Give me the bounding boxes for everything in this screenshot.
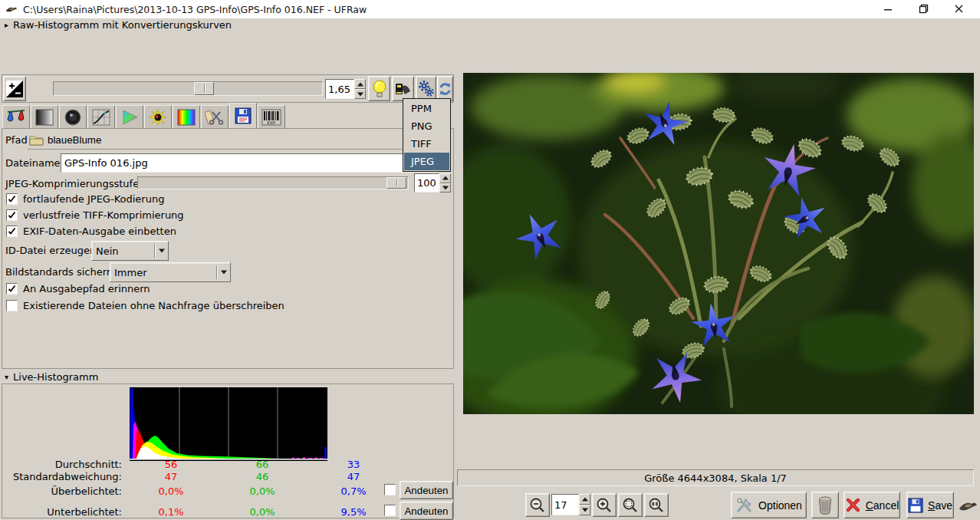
exposure-slider-handle[interactable]: [194, 82, 214, 95]
lightbulb-icon: [372, 79, 387, 99]
checkbox-label: verlustfreie TIFF-Komprimierung: [23, 209, 184, 221]
spin-up-icon: [442, 176, 449, 180]
stat-row-stddev: Standardabweichung: 47 46 47: [2, 471, 370, 482]
checkbox-label: EXIF-Daten-Ausgabe einbetten: [23, 225, 176, 237]
cancel-button[interactable]: Cancel: [844, 492, 900, 518]
stat-red-value: 47: [125, 471, 217, 482]
tab-base-curve[interactable]: [87, 105, 115, 129]
spin-up-icon: [582, 498, 588, 502]
overexposed-indicate-button[interactable]: Andeuten: [400, 481, 453, 499]
progressive-jpeg-checkbox-row[interactable]: fortlaufende JPEG-Kodierung: [6, 193, 164, 205]
exposure-toolbar: [2, 74, 454, 103]
checkbox[interactable]: [6, 300, 18, 311]
stat-green-value: 0,0%: [217, 485, 307, 497]
jpeg-quality-slider-handle[interactable]: [386, 177, 406, 189]
checkbox[interactable]: [6, 283, 18, 295]
checkbox[interactable]: [6, 209, 18, 221]
zoom-spinner: [579, 494, 590, 515]
tab-lens-corrections[interactable]: [59, 105, 87, 129]
zoom-out-button[interactable]: [525, 493, 550, 517]
defaults-combobox[interactable]: Immer: [110, 262, 231, 282]
histogram-display: [130, 387, 327, 461]
tab-save[interactable]: [229, 103, 257, 129]
embed-exif-checkbox-row[interactable]: EXIF-Daten-Ausgabe einbetten: [6, 225, 176, 237]
zoom-fit-button[interactable]: [618, 493, 643, 517]
raw-histogram-expander-label: Raw-Histogramm mit Konvertierungskurven: [13, 19, 232, 31]
exposure-value-input[interactable]: [325, 79, 354, 99]
stat-blue-value: 47: [307, 471, 400, 482]
expander-collapsed-icon: ▸: [5, 21, 8, 29]
spin-down-button[interactable]: [354, 89, 366, 99]
gamut-triangle-icon: [120, 109, 139, 126]
delete-button[interactable]: [811, 492, 839, 518]
overexposed-indicate-checkbox[interactable]: [384, 484, 396, 495]
exposure-slider[interactable]: [53, 81, 323, 96]
path-value: blaueBlume: [48, 134, 101, 146]
ufraw-duck-button[interactable]: [957, 495, 978, 518]
overwrite-without-asking-checkbox-row[interactable]: Existierende Dateien ohne Nachfrage über…: [6, 300, 284, 311]
path-label: Pfad: [5, 134, 28, 146]
spin-up-button[interactable]: [579, 494, 590, 505]
checkbox[interactable]: [6, 193, 18, 205]
stat-green-value: 0,0%: [217, 506, 307, 518]
raw-histogram-expander[interactable]: ▸ Raw-Histogramm mit Konvertierungskurve…: [5, 19, 232, 31]
menu-item-tiff[interactable]: TIFF: [404, 135, 449, 153]
tab-grayscale[interactable]: [31, 105, 58, 129]
underexposed-indicate-checkbox[interactable]: [384, 505, 396, 516]
jpeg-quality-slider[interactable]: [137, 176, 409, 189]
preview-status-text: Größe 4644x3084, Skala 1/7: [644, 472, 787, 484]
rainbow-icon: [177, 109, 196, 126]
combobox-separator: [154, 244, 155, 258]
checkbox-label: fortlaufende JPEG-Kodierung: [23, 193, 164, 205]
jpeg-quality-input[interactable]: [414, 173, 439, 193]
lossless-tiff-checkbox-row[interactable]: verlustfreie TIFF-Komprimierung: [6, 209, 184, 221]
path-button[interactable]: blaueBlume: [28, 132, 426, 150]
crop-scissors-icon: [205, 109, 225, 126]
filename-input[interactable]: [61, 153, 438, 173]
checkbox[interactable]: [6, 225, 18, 237]
defaults-label: Bildstandards sichern: [5, 266, 113, 278]
id-file-combobox[interactable]: Nein: [91, 241, 169, 261]
zoom-percent-input[interactable]: [551, 494, 579, 515]
options-button[interactable]: Optionen: [731, 492, 807, 518]
tab-exif[interactable]: EXIF: [258, 105, 285, 129]
tab-color-management[interactable]: [116, 105, 143, 129]
tab-color-correction[interactable]: [144, 105, 172, 129]
underexposed-indicate-button[interactable]: Andeuten: [400, 502, 453, 520]
floppy-icon: [908, 498, 923, 513]
image-preview[interactable]: [463, 73, 974, 414]
menu-item-png[interactable]: PNG: [404, 117, 449, 135]
spin-down-button[interactable]: [579, 505, 590, 515]
lens-icon: [64, 108, 82, 127]
jpeg-quality-label: JPEG-Komprimierungsstufe: [5, 178, 139, 189]
remember-output-path-checkbox-row[interactable]: An Ausgabepfad erinnern: [6, 283, 150, 295]
id-file-label: ID-Datei erzeugen: [5, 245, 96, 256]
close-button[interactable]: [943, 0, 974, 18]
menu-item-jpeg[interactable]: JPEG: [404, 153, 449, 170]
spin-up-button[interactable]: [439, 173, 451, 183]
tools-icon: [735, 497, 754, 514]
exposure-compensation-button[interactable]: [3, 76, 26, 101]
stat-label: Durchschnitt:: [2, 459, 125, 470]
spin-up-button[interactable]: [354, 79, 366, 89]
stat-blue-value: 33: [307, 459, 400, 470]
window-title: C:\Users\Raina\Pictures\2013-10-13 GPS-I…: [23, 4, 367, 15]
tab-white-balance[interactable]: [2, 105, 30, 129]
zoom-in-button[interactable]: [592, 493, 617, 517]
zoom-100-icon: [648, 497, 665, 514]
minimize-button[interactable]: [873, 0, 903, 18]
restore-highlights-button[interactable]: [368, 76, 390, 101]
exif-barcode-icon: EXIF: [261, 109, 281, 126]
save-button[interactable]: Save: [906, 492, 954, 518]
tab-saturation[interactable]: [173, 105, 200, 129]
live-histogram-panel: Durchschnitt: 56 66 33 Standardabweichun…: [2, 383, 454, 518]
menu-item-ppm[interactable]: PPM: [404, 100, 449, 117]
restore-button[interactable]: [908, 0, 939, 18]
stat-label: Unterbelichtet:: [2, 506, 125, 518]
checkbox-label: Existierende Dateien ohne Nachfrage über…: [23, 300, 284, 311]
zoom-100-button[interactable]: [644, 493, 669, 517]
live-histogram-expander[interactable]: ▾ Live-Histogramm: [5, 371, 98, 383]
color-correction-icon: [149, 109, 167, 126]
spin-down-button[interactable]: [439, 183, 451, 193]
tab-crop[interactable]: [201, 105, 229, 129]
